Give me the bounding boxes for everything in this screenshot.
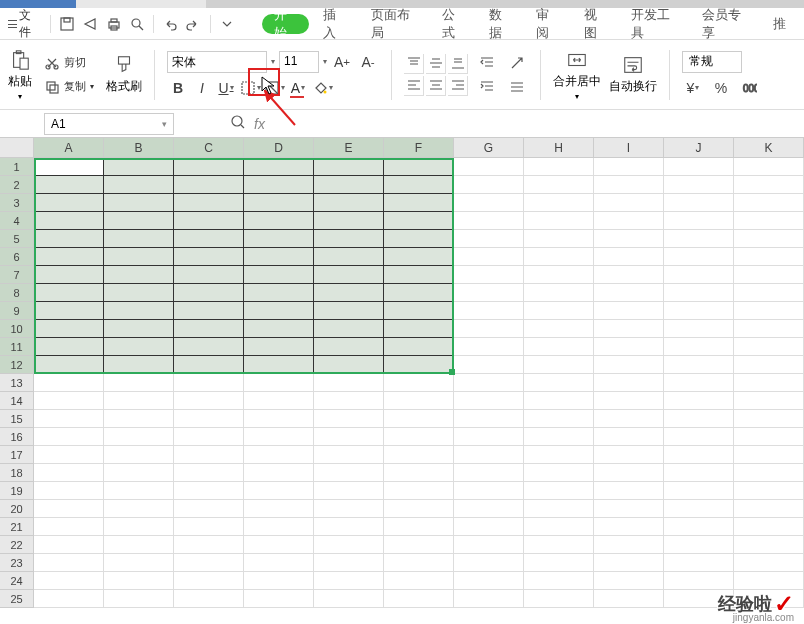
cell[interactable] <box>34 392 104 410</box>
cell[interactable] <box>104 446 174 464</box>
cell[interactable] <box>594 464 664 482</box>
cell[interactable] <box>34 590 104 608</box>
cell[interactable] <box>174 158 244 176</box>
cell[interactable] <box>244 554 314 572</box>
row-header[interactable]: 22 <box>0 536 34 554</box>
cell[interactable] <box>524 338 594 356</box>
cell[interactable] <box>734 158 804 176</box>
tab-member[interactable]: 会员专享 <box>692 8 759 39</box>
cell[interactable] <box>454 392 524 410</box>
undo-icon[interactable] <box>162 15 179 33</box>
cell[interactable] <box>524 302 594 320</box>
cell[interactable] <box>734 518 804 536</box>
column-header[interactable]: F <box>384 138 454 158</box>
cell[interactable] <box>454 374 524 392</box>
row-header[interactable]: 13 <box>0 374 34 392</box>
orientation-button[interactable] <box>506 52 528 74</box>
decrease-indent-button[interactable] <box>476 52 498 74</box>
cell[interactable] <box>454 338 524 356</box>
cell[interactable] <box>384 176 454 194</box>
cell[interactable] <box>524 248 594 266</box>
cell[interactable] <box>594 554 664 572</box>
cell[interactable] <box>664 356 734 374</box>
cell[interactable] <box>104 482 174 500</box>
cell[interactable] <box>244 446 314 464</box>
cell[interactable] <box>244 158 314 176</box>
cell[interactable] <box>524 446 594 464</box>
cell[interactable] <box>454 212 524 230</box>
cell[interactable] <box>244 536 314 554</box>
cell[interactable] <box>314 338 384 356</box>
cell[interactable] <box>734 212 804 230</box>
cell[interactable] <box>244 212 314 230</box>
cell[interactable] <box>34 536 104 554</box>
row-header[interactable]: 10 <box>0 320 34 338</box>
cell[interactable] <box>664 500 734 518</box>
cell[interactable] <box>244 266 314 284</box>
row-header[interactable]: 23 <box>0 554 34 572</box>
cell[interactable] <box>34 320 104 338</box>
cell[interactable] <box>104 284 174 302</box>
row-header[interactable]: 12 <box>0 356 34 374</box>
cell[interactable] <box>454 500 524 518</box>
cell[interactable] <box>524 176 594 194</box>
cell[interactable] <box>384 590 454 608</box>
cell[interactable] <box>384 536 454 554</box>
cell[interactable] <box>244 194 314 212</box>
cell[interactable] <box>174 410 244 428</box>
tab-data[interactable]: 数据 <box>479 8 522 39</box>
paste-button[interactable]: 粘贴▾ <box>8 49 32 101</box>
dropdown-icon[interactable] <box>219 15 236 33</box>
cell[interactable] <box>454 230 524 248</box>
cell[interactable] <box>314 374 384 392</box>
cell[interactable] <box>664 464 734 482</box>
borders-button[interactable]: ▾ <box>239 77 261 99</box>
cell[interactable] <box>174 500 244 518</box>
format-painter-button[interactable]: 格式刷 <box>106 54 142 95</box>
wrap-text-button[interactable]: 自动换行 <box>609 54 657 95</box>
cell[interactable] <box>244 428 314 446</box>
cell[interactable] <box>384 518 454 536</box>
cell[interactable] <box>34 464 104 482</box>
cell[interactable] <box>384 230 454 248</box>
print-icon[interactable] <box>105 15 122 33</box>
cell[interactable] <box>734 284 804 302</box>
column-header[interactable]: I <box>594 138 664 158</box>
align-middle-button[interactable] <box>426 54 446 74</box>
cell[interactable] <box>594 356 664 374</box>
cell[interactable] <box>104 338 174 356</box>
cell[interactable] <box>384 482 454 500</box>
cell[interactable] <box>34 518 104 536</box>
cell[interactable] <box>454 518 524 536</box>
cell[interactable] <box>664 176 734 194</box>
underline-button[interactable]: U▾ <box>215 77 237 99</box>
spreadsheet-grid[interactable]: ABCDEFGHIJK 1234567891011121314151617181… <box>0 138 804 624</box>
cell[interactable] <box>454 194 524 212</box>
cell[interactable] <box>384 158 454 176</box>
cell[interactable] <box>594 320 664 338</box>
cell[interactable] <box>594 158 664 176</box>
cell[interactable] <box>734 338 804 356</box>
cell[interactable] <box>454 410 524 428</box>
cell[interactable] <box>314 572 384 590</box>
cell[interactable] <box>174 482 244 500</box>
cell[interactable] <box>734 176 804 194</box>
cell[interactable] <box>454 356 524 374</box>
cell[interactable] <box>174 176 244 194</box>
cell[interactable] <box>454 464 524 482</box>
cell[interactable] <box>34 284 104 302</box>
cell[interactable] <box>174 212 244 230</box>
cell[interactable] <box>244 482 314 500</box>
cell[interactable] <box>244 590 314 608</box>
cell[interactable] <box>384 194 454 212</box>
cell[interactable] <box>734 536 804 554</box>
cell[interactable] <box>524 482 594 500</box>
cell[interactable] <box>314 302 384 320</box>
cell[interactable] <box>244 518 314 536</box>
cell[interactable] <box>454 176 524 194</box>
tab-review[interactable]: 审阅 <box>526 8 569 39</box>
cell[interactable] <box>664 248 734 266</box>
cell[interactable] <box>174 302 244 320</box>
cell[interactable] <box>454 266 524 284</box>
cell[interactable] <box>734 248 804 266</box>
